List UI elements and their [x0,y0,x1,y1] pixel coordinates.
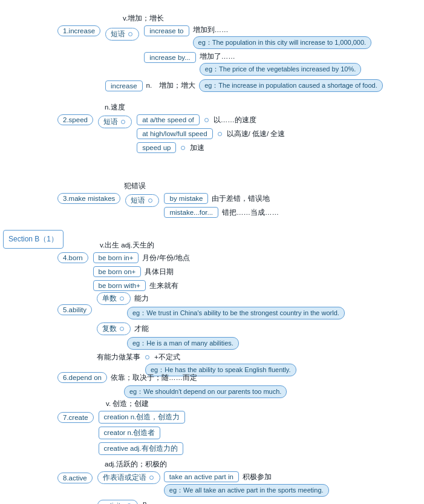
phrase-born-in: be born in+ [93,252,139,263]
phrase-group-increase: 短语 [105,28,139,41]
phrase-speed-high: at high/low/full speed [137,128,212,139]
note-speed-of: 以……的速度 [214,116,256,125]
item-6: 6.depend on 依靠；取决于；随……而定 eg：We shouldn't… [57,372,287,398]
item-2: n.速度 2.speed 短语 at a/the speed of 以……的速度 [57,103,285,153]
eg-active-part: eg：We all take an active part in the spo… [164,484,329,497]
note-activity: n. [143,500,168,504]
item-7-main: 7.create [57,412,94,423]
item-4-main: 4.born [57,252,88,263]
item-6-main: 6.depend on [57,372,107,383]
eg-increase-to: eg：The population in this city will incr… [193,36,372,49]
section-label: Section B（1） [3,230,64,249]
phrase-group-mistakes: 短语 [125,194,159,207]
note-increase-by: 增加了…… [200,52,361,61]
note-create-v: v. 创造；创建 [106,399,185,408]
item-1: v.增加；增长 1.increase 短语 [57,14,383,92]
item-5: 5.ability 单数 能力 eg：We trust in China's a… [57,292,345,376]
active-predicate: 作表语或定语 [97,471,160,484]
note-born-v: v.出生 adj.天生的 [100,241,190,250]
note-speed-high: 以高速/ 低速/ 全速 [227,129,285,139]
phrase-born-with: be born with+ [93,280,146,291]
note-mistakes: 犯错误 [124,182,279,191]
phrase-speed-of: at a/the speed of [137,114,200,125]
note-by-mistake: 由于差错，错误地 [212,194,270,203]
item-4: v.出生 adj.天生的 4.born be born in+ 月份/年份/地点… [57,241,190,291]
item-7: v. 创造；创建 7.create creation n.创造，创造力 crea… [57,399,185,455]
item-2-main: 2.speed [57,114,93,125]
note-v-increase: v.增加；增长 [123,15,164,22]
item-8-main: 8.active [57,473,93,483]
phrase-born-on: be born on+ [93,266,142,277]
ability-singular: 单数 [97,292,131,305]
word-activity: activity [97,500,138,504]
item-1-main: 1.increase [57,25,100,36]
eg-ability-singular: eg：We trust in China's ability to be the… [127,307,345,319]
note-born-on: 具体日期 [145,267,174,277]
note-born-in: 月份/年份/地点 [142,254,189,263]
note-ability-singular: 能力 [134,294,149,303]
item-3: 犯错误 3.make mistakes 短语 by mistake 由于差错，错… [57,182,279,218]
item-8: adj.活跃的；积极的 8.active 作表语或定语 take an acti… [57,460,329,504]
note-increase-n: n. 增加；增大 [146,81,196,90]
page: Section B（1） v.增加；增长 1.increase [0,0,424,504]
phrase-group-speed: 短语 [98,116,132,128]
note-speed-up: 加速 [190,143,204,152]
phrase-by-mistake: by mistake [164,193,208,204]
phrase-increase-to: increase to [144,25,189,36]
ability-phrase-label: 有能力做某事 [97,353,140,362]
eg-depend-on: eg：We shouldn't depend on our parents to… [124,385,287,398]
note-increase-to: 增加到…… [193,25,372,34]
note-born-with: 生来就有 [149,281,178,290]
note-active-part: 积极参加 [243,473,272,482]
note-depend-on: 依靠；取决于；随……而定 [111,373,197,382]
note-ability-plural: 才能 [134,324,149,333]
phrase-active-part: take an active part in [164,471,239,482]
word-creative: creative adj.有创造力的 [99,442,183,455]
eg-increase-n: eg：The increase in population caused a s… [199,79,383,92]
phrase-mistake-for: mistake...for... [164,207,218,218]
item-3-main: 3.make mistakes [57,193,120,204]
eg-ability-plural: eg：He is a man of many abilities. [127,337,239,350]
phrase-speed-up: speed up [137,142,176,153]
item-5-main: 5.ability [57,304,92,315]
word-creator: creator n.创造者 [99,427,161,439]
word-increase-n: increase [105,80,142,91]
note-speed-n: n.速度 [105,103,285,112]
note-mistake-for: 错把……当成…… [222,208,279,217]
note-active-adj: adj.活跃的；积极的 [105,460,329,469]
word-creation: creation n.创造，创造力 [99,411,186,424]
eg-increase-by: eg：The price of the vegetables increased… [200,63,361,76]
phrase-increase-by: increase by... [144,52,196,63]
note-ability-phrase: +不定式 [154,353,180,362]
ability-plural: 复数 [97,322,131,335]
